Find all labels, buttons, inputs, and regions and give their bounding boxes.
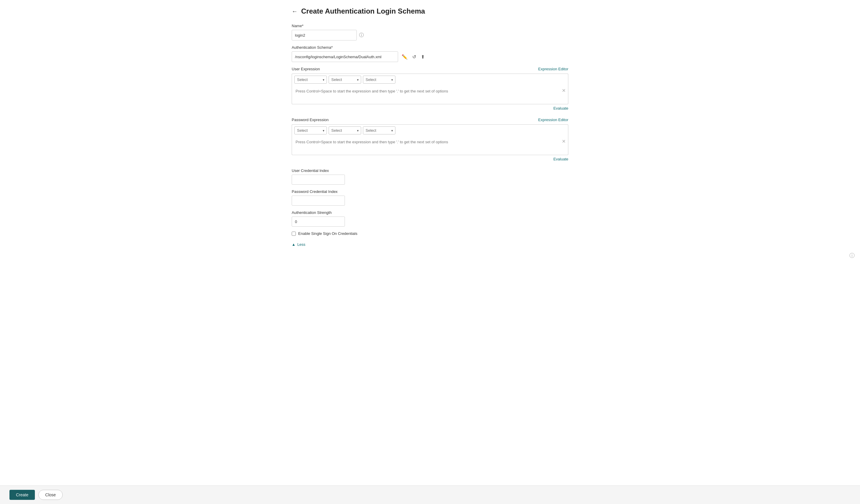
less-toggle-arrow-icon: ▲ (292, 242, 296, 247)
password-expr-label: Password Expression (292, 118, 329, 122)
user-expr-textarea[interactable] (292, 85, 568, 103)
sso-checkbox[interactable] (292, 232, 296, 236)
schema-input-row: ✏️ ↺ ⬆ (292, 52, 568, 62)
user-expr-selects-bar: Select Select Select (292, 74, 568, 85)
name-label: Name* (292, 24, 568, 28)
password-evaluate-btn[interactable]: Evaluate (553, 157, 568, 161)
password-expr-input-area: Select Select Select ✕ (292, 124, 568, 155)
name-section: Name* ⓘ (292, 24, 568, 41)
password-select-2[interactable]: Select (329, 127, 361, 134)
password-credential-index-section: Password Credential Index (292, 189, 568, 206)
auth-strength-label: Authentication Strength (292, 210, 568, 215)
schema-reset-icon[interactable]: ↺ (411, 53, 417, 61)
password-expr-textarea[interactable] (292, 136, 568, 154)
user-evaluate-row: Evaluate (292, 106, 568, 111)
user-select-3-wrapper: Select (363, 76, 396, 84)
name-info-icon[interactable]: ⓘ (359, 32, 364, 39)
password-select-3[interactable]: Select (363, 127, 396, 134)
less-toggle-label: Less (297, 242, 305, 247)
user-evaluate-btn[interactable]: Evaluate (553, 106, 568, 111)
auth-strength-input[interactable] (292, 217, 345, 227)
password-select-2-wrapper: Select (329, 127, 361, 134)
schema-edit-icon[interactable]: ✏️ (400, 53, 409, 61)
password-credential-index-label: Password Credential Index (292, 189, 568, 194)
auth-schema-input[interactable] (292, 52, 398, 62)
user-select-1[interactable]: Select (295, 76, 327, 84)
user-expression-section: User Expression Expression Editor Select… (292, 67, 568, 111)
user-expr-label: User Expression (292, 67, 320, 71)
side-info-icon[interactable]: ⓘ (849, 252, 855, 259)
user-expr-clear-icon[interactable]: ✕ (562, 88, 565, 93)
password-expr-header: Password Expression Expression Editor (292, 118, 568, 122)
page-title: Create Authentication Login Schema (301, 7, 425, 15)
user-credential-index-label: User Credential Index (292, 168, 568, 173)
auth-schema-section: Authentication Schema* ✏️ ↺ ⬆ (292, 45, 568, 62)
password-evaluate-row: Evaluate (292, 157, 568, 161)
less-toggle-btn[interactable]: ▲ Less (292, 241, 305, 248)
sso-checkbox-row: Enable Single Sign On Credentials (292, 231, 568, 236)
password-expr-editor-btn[interactable]: Expression Editor (538, 118, 568, 122)
password-expr-textarea-container: ✕ (292, 136, 568, 155)
auth-schema-label: Authentication Schema* (292, 45, 568, 49)
user-expr-input-area: Select Select Select ✕ (292, 74, 568, 104)
page-header: ← Create Authentication Login Schema (292, 7, 568, 15)
password-select-3-wrapper: Select (363, 127, 396, 134)
user-select-2[interactable]: Select (329, 76, 361, 84)
password-select-1-wrapper: Select (295, 127, 327, 134)
password-select-1[interactable]: Select (295, 127, 327, 134)
password-expression-section: Password Expression Expression Editor Se… (292, 118, 568, 161)
user-select-3[interactable]: Select (363, 76, 396, 84)
password-expr-clear-icon[interactable]: ✕ (562, 139, 565, 144)
user-expr-textarea-container: ✕ (292, 85, 568, 104)
back-arrow-icon[interactable]: ← (292, 8, 298, 15)
password-expr-selects-bar: Select Select Select (292, 124, 568, 136)
user-expr-header: User Expression Expression Editor (292, 67, 568, 71)
user-select-2-wrapper: Select (329, 76, 361, 84)
user-credential-index-section: User Credential Index (292, 168, 568, 185)
auth-strength-section: Authentication Strength (292, 210, 568, 227)
name-input[interactable] (292, 30, 357, 41)
name-input-row: ⓘ (292, 30, 568, 41)
user-expr-editor-btn[interactable]: Expression Editor (538, 67, 568, 71)
schema-upload-icon[interactable]: ⬆ (420, 53, 426, 61)
sso-checkbox-label[interactable]: Enable Single Sign On Credentials (298, 231, 357, 236)
password-credential-index-input[interactable] (292, 196, 345, 206)
user-credential-index-input[interactable] (292, 175, 345, 185)
user-select-1-wrapper: Select (295, 76, 327, 84)
